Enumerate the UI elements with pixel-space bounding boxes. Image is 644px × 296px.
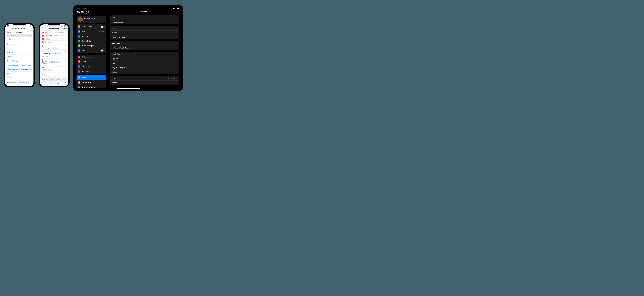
action-search-input[interactable]: Search for apps and actions (41, 78, 67, 81)
sidebar-item-wi-fi[interactable]: ◉Wi-FiBestWiFi (76, 29, 106, 34)
detail-row-handoff[interactable]: Handoff› (110, 31, 178, 35)
detail-label: Handoff (112, 32, 117, 34)
svg-rect-12 (61, 26, 62, 26)
dictionary-row[interactable]: −Booksprefs:root=IBOOKS≡ (41, 31, 67, 34)
detail-row-keyboard[interactable]: Keyboard› (110, 56, 178, 61)
row-label: Display & Brightness (82, 86, 96, 88)
list-item[interactable]: Cellular (5, 55, 34, 59)
detail-label: Profiles (112, 82, 117, 84)
detail-row-language-region[interactable]: Language & Region› (110, 65, 178, 70)
list-item[interactable]: Bluetooth (5, 50, 34, 55)
drag-icon[interactable]: ≡ (66, 38, 66, 40)
sidebar-item-control-center[interactable]: ⊞Control Center (76, 80, 106, 85)
list-item[interactable]: Personal Hotspot (5, 59, 34, 63)
redo-button[interactable] (50, 82, 52, 84)
dictionary-value-token[interactable]: Dictionary Value (50, 53, 61, 54)
sidebar-item-vpn[interactable]: VPNVPN (76, 48, 106, 53)
account-row[interactable]: Federico Viticci Apple ID, iCloud, iTune… (76, 16, 106, 23)
toggle[interactable] (101, 26, 105, 28)
sidebar-item-sounds[interactable]: ◀Sounds (76, 59, 106, 64)
show-more-button[interactable]: Show More› (41, 55, 67, 58)
sidebar-item-cellular-data[interactable]: ▮Cellular Data (76, 39, 106, 43)
sidebar-item-airplane-mode[interactable]: ✈Airplane Mode (76, 24, 106, 29)
selected-item-token[interactable]: Selected Item (50, 61, 60, 63)
dictionary-row[interactable]: −Game Centerprefs:root=GAMECEN…≡ (41, 34, 67, 37)
dictionary-token[interactable]: Dictionary (42, 63, 49, 64)
list-item[interactable]: Personal Hotspot → Wi-Fi Password (5, 67, 34, 72)
row-label: Sounds (82, 61, 87, 63)
close-icon[interactable]: ✕ (65, 66, 66, 68)
detail-row-dictionary[interactable]: Dictionary› (110, 70, 178, 74)
sidebar-item-bluetooth[interactable]: ᛒBluetoothOn (76, 34, 106, 39)
list-item[interactable]: iCloud (5, 38, 34, 42)
dictionary-row[interactable]: −Podcastsprefs:root=Podcasts≡ (41, 37, 67, 41)
mic-icon[interactable] (30, 35, 31, 36)
close-icon[interactable]: ✕ (65, 51, 66, 52)
row-name: Books (44, 32, 54, 33)
list-item[interactable]: Notifications (5, 76, 34, 80)
list-item[interactable]: Wi-Fi (5, 46, 34, 50)
action-choose-from[interactable]: ✕ SCRIPTING Choose from Dictionary Value… (41, 50, 67, 58)
list-item[interactable]: VPN (5, 72, 34, 76)
search-input[interactable]: Search (6, 34, 32, 37)
detail-row-ipad-storage[interactable]: iPad Storage› (110, 41, 178, 46)
status-time: 2:14 (42, 25, 44, 27)
sidebar-item-do-not-disturb[interactable]: ☾Do Not Disturb (76, 64, 106, 69)
iphone-choose: 2:14 Open Settings For… Cancel Choose Se… (4, 23, 35, 87)
all-keys-token[interactable]: All Keys (44, 47, 50, 49)
drag-icon[interactable]: ≡ (66, 32, 66, 33)
list-item[interactable]: iCloud Backup (5, 42, 34, 46)
add-item-row[interactable]: +Add new item (41, 41, 67, 44)
drag-icon[interactable]: ≡ (66, 35, 66, 36)
detail-row-profiles[interactable]: Profiles3› (110, 81, 178, 85)
close-icon[interactable]: ✕ (65, 45, 66, 47)
sidebar-item-personal-hotspot[interactable]: ⟲Personal HotspotOff (76, 43, 106, 48)
detail-row-fonts[interactable]: Fonts› (110, 61, 178, 65)
search-icon (8, 35, 9, 36)
delete-icon[interactable]: − (42, 38, 44, 40)
detail-row-airdrop[interactable]: AirDrop› (110, 26, 178, 31)
delete-icon[interactable]: − (42, 32, 44, 33)
toggle[interactable] (101, 49, 105, 52)
play-button[interactable] (65, 82, 66, 84)
detail-row-about[interactable]: About› (110, 15, 178, 20)
sidebar-item-screen-time[interactable]: ⧖Screen Time (76, 69, 106, 74)
detail-group: VPNNot Connected›Profiles3› (110, 76, 178, 85)
list-item[interactable]: Sounds (5, 84, 34, 86)
share-button[interactable] (57, 82, 59, 84)
scripting-icon (42, 59, 43, 61)
sidebar-group-notifications: ▢Notifications◀Sounds☾Do Not Disturb⧖Scr… (76, 55, 106, 74)
signal-icon (26, 25, 27, 26)
sidebar-item-display-brightness[interactable]: AADisplay & Brightness (76, 85, 106, 88)
cancel-button[interactable]: Cancel (7, 31, 12, 33)
value-token[interactable]: Value (45, 61, 48, 63)
vpn-icon: VPN (78, 49, 80, 52)
sidebar-item-notifications[interactable]: ▢Notifications (76, 55, 106, 59)
detail-value: Not Connected (166, 78, 176, 79)
detail-row-multitasking-dock[interactable]: Multitasking & Dock› (110, 35, 178, 39)
bt-icon: ᛒ (78, 35, 80, 37)
action-url[interactable]: ✕ 🔗URL Dictionary Value (41, 66, 67, 72)
chevron-right-icon: › (176, 36, 177, 38)
done-button[interactable]: Done (63, 28, 67, 29)
undo-button[interactable] (42, 82, 44, 84)
home-indicator[interactable] (49, 85, 59, 85)
svg-rect-29 (179, 8, 180, 8)
action-safari[interactable]: SAFARI (41, 73, 67, 76)
add-icon[interactable]: + (42, 41, 44, 43)
list-item[interactable]: Notifications → Siri Suggestions (5, 80, 34, 84)
detail-row-date-time[interactable]: Date & Time› (110, 52, 178, 56)
action-get-keys[interactable]: ✕ SCRIPTING Get All Keys in Dictionary (41, 44, 67, 49)
delete-icon[interactable]: − (42, 35, 44, 37)
detail-row-software-update[interactable]: Software Update› (110, 20, 178, 24)
list-item[interactable]: Personal Hotspot → Family Sharing (5, 63, 34, 67)
dictionary-token[interactable]: Dictionary (52, 47, 58, 49)
home-indicator[interactable] (116, 88, 140, 89)
action-get-value[interactable]: ✕ SCRIPTING Get Value for Selected Item … (41, 59, 67, 65)
dictionary-value-token[interactable]: Dictionary Value (42, 69, 52, 71)
detail-row-vpn[interactable]: VPNNot Connected› (110, 76, 178, 81)
detail-row-background-app-refresh[interactable]: Background App Refresh› (110, 46, 178, 50)
detail-label: Software Update (112, 21, 123, 23)
close-icon[interactable]: ✕ (65, 59, 66, 61)
sidebar-item-general[interactable]: ⚙General (76, 75, 106, 80)
